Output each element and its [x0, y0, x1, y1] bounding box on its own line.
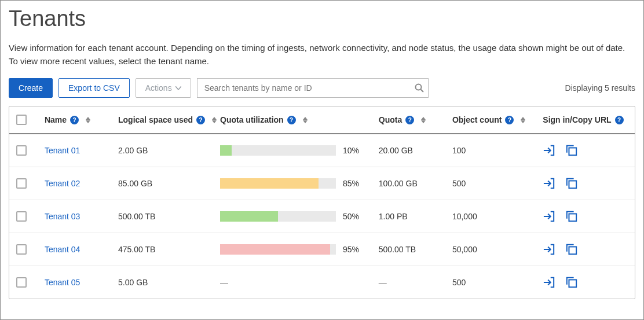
progress-pct: 10% [343, 146, 366, 155]
tenant-name-link[interactable]: Tenant 04 [45, 245, 80, 254]
help-icon[interactable]: ? [505, 116, 514, 124]
progress-pct: 85% [343, 179, 366, 188]
svg-rect-3 [569, 181, 577, 188]
quota-value: 20.00 GB [379, 146, 413, 155]
row-checkbox[interactable] [16, 277, 27, 288]
quota-value: 1.00 PB [379, 212, 408, 221]
copy-url-icon[interactable] [566, 277, 577, 288]
copy-url-icon[interactable] [566, 145, 577, 156]
quota-util-bar: 10% [220, 145, 366, 156]
row-checkbox[interactable] [16, 211, 27, 222]
tenant-name-link[interactable]: Tenant 02 [45, 179, 80, 188]
sort-icon[interactable] [86, 117, 90, 123]
object-count-value: 10,000 [452, 212, 477, 221]
quota-value: 500.00 TB [379, 245, 416, 254]
search-icon[interactable] [415, 83, 424, 93]
col-name-label: Name [45, 115, 67, 124]
create-button[interactable]: Create [9, 78, 53, 98]
copy-url-icon[interactable] [566, 211, 577, 222]
progress-bar-fill [220, 244, 330, 255]
quota-util-empty: — [220, 278, 228, 287]
quota-util-bar: 85% [220, 178, 366, 189]
tenant-name-link[interactable]: Tenant 01 [45, 146, 80, 155]
svg-point-0 [415, 84, 421, 90]
sort-icon[interactable] [521, 117, 525, 123]
table-row: Tenant 03500.00 TB50%1.00 PB10,000 [9, 200, 635, 233]
help-icon[interactable]: ? [196, 116, 205, 124]
col-sign-label: Sign in/Copy URL [543, 115, 611, 124]
progress-bar-fill [220, 145, 232, 156]
quota-value: 100.00 GB [379, 179, 418, 188]
progress-bar [220, 244, 336, 255]
select-all-checkbox[interactable] [16, 115, 27, 125]
sign-in-icon[interactable] [543, 277, 555, 288]
help-icon[interactable]: ? [287, 116, 296, 124]
progress-pct: 95% [343, 245, 366, 254]
search-input[interactable] [197, 78, 429, 98]
object-count-value: 50,000 [452, 245, 477, 254]
actions-label: Actions [145, 83, 172, 93]
object-count-value: 500 [452, 278, 466, 287]
col-space-label: Logical space used [118, 115, 193, 124]
col-quota-label: Quota [379, 115, 402, 124]
chevron-down-icon [175, 86, 181, 90]
export-csv-button[interactable]: Export to CSV [58, 78, 130, 98]
tenant-name-link[interactable]: Tenant 03 [45, 212, 80, 221]
space-used-value: 2.00 GB [118, 146, 148, 155]
progress-bar-fill [220, 178, 319, 189]
row-checkbox[interactable] [16, 244, 27, 255]
quota-util-bar: 95% [220, 244, 366, 255]
svg-rect-5 [569, 247, 577, 254]
help-icon[interactable]: ? [615, 116, 624, 124]
tenants-table: Name ? Logical space used ? Quota utiliz… [9, 106, 635, 299]
sign-in-icon[interactable] [543, 244, 555, 255]
space-used-value: 85.00 GB [118, 179, 152, 188]
svg-rect-4 [569, 214, 577, 221]
sort-icon[interactable] [212, 117, 217, 123]
result-count: Displaying 5 results [565, 83, 635, 93]
page-description: View information for each tenant account… [9, 42, 635, 68]
progress-bar [220, 178, 336, 189]
space-used-value: 5.00 GB [118, 278, 148, 287]
copy-url-icon[interactable] [566, 178, 577, 189]
sort-icon[interactable] [303, 117, 308, 123]
table-row: Tenant 0285.00 GB85%100.00 GB500 [9, 167, 635, 200]
svg-line-1 [420, 90, 423, 93]
object-count-value: 100 [452, 146, 466, 155]
search-wrap [197, 78, 429, 98]
row-checkbox[interactable] [16, 178, 27, 189]
sign-in-icon[interactable] [543, 178, 555, 189]
space-used-value: 475.00 TB [118, 245, 155, 254]
progress-bar [220, 211, 336, 222]
toolbar: Create Export to CSV Actions Displaying … [9, 78, 635, 98]
tenant-name-link[interactable]: Tenant 05 [45, 278, 80, 287]
actions-button: Actions [136, 78, 191, 98]
page-title: Tenants [9, 6, 635, 31]
progress-bar-fill [220, 211, 278, 222]
col-util-label: Quota utilization [220, 115, 284, 124]
sign-in-icon[interactable] [543, 211, 555, 222]
progress-bar [220, 145, 336, 156]
sign-in-icon[interactable] [543, 145, 555, 156]
object-count-value: 500 [452, 179, 466, 188]
table-row: Tenant 04475.00 TB95%500.00 TB50,000 [9, 233, 635, 266]
table-row: Tenant 012.00 GB10%20.00 GB100 [9, 134, 635, 167]
row-checkbox[interactable] [16, 145, 27, 156]
copy-url-icon[interactable] [566, 244, 577, 255]
svg-rect-6 [569, 279, 577, 287]
table-header: Name ? Logical space used ? Quota utiliz… [9, 106, 635, 134]
sort-icon[interactable] [421, 117, 426, 123]
help-icon[interactable]: ? [405, 116, 414, 124]
tenants-page: Tenants View information for each tenant… [0, 0, 644, 320]
col-count-label: Object count [452, 115, 502, 124]
progress-pct: 50% [343, 212, 366, 221]
help-icon[interactable]: ? [70, 116, 79, 124]
table-body: Tenant 012.00 GB10%20.00 GB100Tenant 028… [9, 134, 635, 299]
quota-value: — [379, 278, 387, 287]
svg-rect-2 [569, 148, 577, 155]
quota-util-bar: 50% [220, 211, 366, 222]
table-row: Tenant 055.00 GB——500 [9, 266, 635, 299]
space-used-value: 500.00 TB [118, 212, 155, 221]
